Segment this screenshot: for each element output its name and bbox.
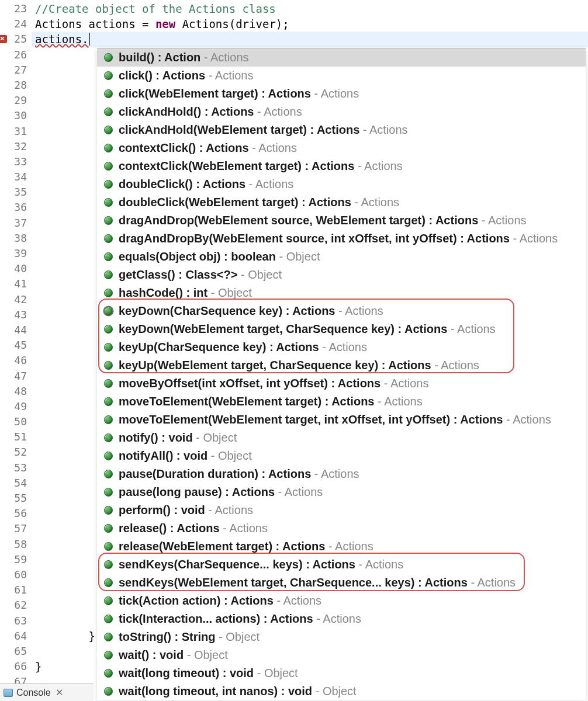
completion-item[interactable]: doubleClick(WebElement target) : Actions… (97, 193, 586, 211)
completion-item[interactable]: perform() : void - Actions (97, 501, 586, 519)
completion-item[interactable]: dragAndDrop(WebElement source, WebElemen… (97, 211, 586, 230)
completion-item[interactable]: click() : Actions - Actions (97, 67, 586, 85)
completion-item[interactable]: tick(Interaction... actions) : Actions -… (97, 610, 586, 628)
line-number: 64 (0, 629, 32, 644)
close-icon[interactable]: ✕ (56, 687, 63, 698)
completion-signature: notifyAll() : void (119, 449, 207, 462)
completion-item[interactable]: contextClick(WebElement target) : Action… (97, 157, 586, 175)
method-icon (104, 107, 113, 116)
completion-item[interactable]: sendKeys(WebElement target, CharSequence… (97, 574, 586, 592)
completion-signature: wait(long timeout) : void (119, 667, 254, 679)
line-number: 50 (0, 414, 32, 429)
line-number: 32 (0, 139, 32, 154)
completion-source: Object (203, 431, 237, 444)
line-number: 57 (0, 521, 32, 536)
line-number: 59 (0, 552, 32, 567)
completion-item[interactable]: clickAndHold(WebElement target) : Action… (97, 121, 586, 139)
completion-item[interactable]: tick(Action action) : Actions - Actions (97, 592, 586, 610)
completion-signature: perform() : void (119, 504, 205, 516)
line-number: 27 (0, 63, 32, 78)
completion-source: Actions (321, 467, 359, 480)
line-number: 43 (0, 307, 32, 322)
completion-source: Object (218, 286, 252, 299)
line-number: 42 (0, 292, 32, 307)
completion-item[interactable]: moveToElement(WebElement target, int xOf… (97, 411, 586, 429)
completion-signature: moveToElement(WebElement target) : Actio… (119, 395, 374, 408)
completion-item[interactable]: notifyAll() : void - Object (97, 447, 586, 465)
completion-item[interactable]: release() : Actions - Actions (97, 519, 586, 537)
completion-item[interactable]: toString() : String - Object (97, 628, 586, 646)
line-number: 53 (0, 460, 32, 476)
completion-item[interactable]: click(WebElement target) : Actions - Act… (97, 85, 586, 103)
completion-signature: keyUp(WebElement target, CharSequence ke… (119, 359, 431, 372)
completion-signature: wait() : void (119, 648, 184, 661)
method-icon (104, 361, 113, 370)
completion-item[interactable]: getClass() : Class<?> - Object (97, 266, 586, 284)
method-icon (104, 669, 113, 678)
completion-item[interactable]: dragAndDropBy(WebElement source, int xOf… (97, 230, 586, 248)
method-icon (104, 270, 113, 279)
completion-item[interactable]: moveByOffset(int xOffset, int yOffset) :… (97, 374, 586, 393)
completion-source: Actions (229, 522, 268, 535)
line-number: 39 (0, 246, 32, 261)
line-number: 34 (0, 169, 32, 185)
line-number: 30 (0, 108, 32, 123)
line-number: 35 (0, 185, 32, 200)
line-number: 63 (0, 613, 32, 629)
completion-item[interactable]: contextClick() : Actions - Actions (97, 139, 586, 157)
method-icon (104, 289, 113, 297)
completion-item[interactable]: hashCode() : int - Object (97, 284, 586, 302)
method-icon (104, 180, 113, 189)
line-number: 44 (0, 322, 32, 338)
completion-item[interactable]: clickAndHold() : Actions - Actions (97, 103, 586, 121)
completion-item[interactable]: release(WebElement target) : Actions - A… (97, 537, 586, 556)
completion-item[interactable]: wait(long timeout, int nanos) : void - O… (97, 682, 586, 700)
method-icon (104, 687, 113, 696)
completion-item[interactable]: pause(Duration duration) : Actions - Act… (97, 465, 586, 483)
completion-source: Object (323, 685, 357, 697)
completion-item[interactable]: pause(long pause) : Actions - Actions (97, 483, 586, 501)
completion-source: Actions (285, 485, 323, 498)
completion-signature: toString() : String (119, 630, 216, 643)
line-number: 37 (0, 216, 32, 231)
line-number: 28 (0, 78, 32, 93)
completion-item[interactable]: keyUp(CharSequence key) : Actions - Acti… (97, 338, 586, 356)
line-number: 48 (0, 384, 32, 399)
completion-signature: hashCode() : int (119, 286, 207, 299)
line-number: 66 (0, 659, 32, 674)
code-completion-popup[interactable]: build() : Action - Actionsclick() : Acti… (97, 48, 586, 700)
completion-signature: pause(long pause) : Actions (119, 485, 275, 498)
completion-item[interactable]: wait(long timeout) : void - Object (97, 664, 586, 682)
completion-source: Actions (441, 359, 479, 372)
method-icon (104, 53, 113, 62)
completion-signature: doubleClick(WebElement target) : Actions (119, 196, 351, 209)
method-icon (104, 144, 113, 152)
line-number: 41 (0, 276, 32, 291)
completion-item[interactable]: wait() : void - Object (97, 646, 586, 664)
completion-signature: contextClick() : Actions (119, 141, 249, 154)
method-icon (104, 524, 113, 533)
completion-source: Actions (210, 51, 249, 64)
bottom-view-tabs[interactable]: Console ✕ (0, 683, 94, 701)
completion-item[interactable]: notify() : void - Object (97, 429, 586, 447)
completion-item[interactable]: build() : Action - Actions (97, 48, 586, 67)
completion-item[interactable]: keyUp(WebElement target, CharSequence ke… (97, 356, 586, 374)
console-tab-label[interactable]: Console (16, 688, 51, 698)
completion-signature: moveToElement(WebElement target, int xOf… (119, 413, 503, 426)
line-number: 51 (0, 429, 32, 445)
line-number: 47 (0, 369, 32, 384)
line-number: 23 (0, 1, 32, 16)
method-icon (104, 198, 113, 207)
line-number: 54 (0, 476, 32, 491)
completion-item[interactable]: equals(Object obj) : boolean - Object (97, 248, 586, 266)
completion-item[interactable]: doubleClick() : Actions - Actions (97, 175, 586, 193)
completion-source: Actions (457, 322, 496, 335)
completion-item[interactable]: keyDown(CharSequence key) : Actions - Ac… (97, 302, 586, 320)
completion-item[interactable]: sendKeys(CharSequence... keys) : Actions… (97, 556, 586, 574)
method-icon (104, 162, 113, 171)
method-icon (104, 71, 113, 80)
completion-item[interactable]: moveToElement(WebElement target) : Actio… (97, 393, 586, 411)
completion-signature: sendKeys(CharSequence... keys) : Actions (119, 558, 355, 571)
completion-source: Actions (215, 504, 253, 516)
completion-item[interactable]: keyDown(WebElement target, CharSequence … (97, 320, 586, 338)
